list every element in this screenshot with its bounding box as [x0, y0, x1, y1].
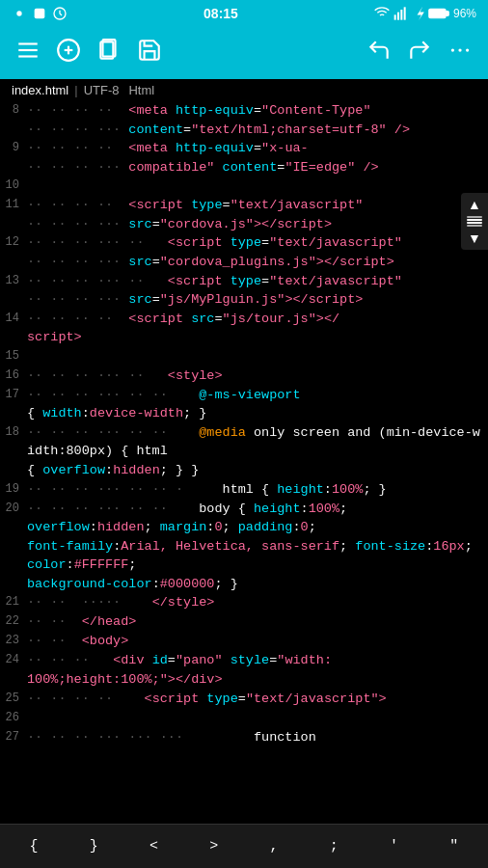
code-line-19: 19 ·· ·· ·· ··· ·· ·· · html { height:10…: [0, 480, 488, 500]
code-line-14: 14 ·· ·· ·· ·· <script src="js/tour.js">…: [0, 310, 488, 347]
svg-rect-5: [400, 10, 402, 20]
svg-point-20: [466, 48, 469, 51]
files-button[interactable]: [96, 38, 122, 67]
code-line-21: 21 ·· ·· ····· </style>: [0, 593, 488, 612]
keyboard-bar: { } < > , ; ' ": [0, 824, 488, 868]
redo-button[interactable]: [407, 38, 432, 67]
code-line-13: 13 ·· ·· ·· ··· ·· <script type="text/ja…: [0, 272, 488, 310]
svg-rect-3: [394, 14, 396, 19]
svg-rect-9: [430, 10, 446, 17]
svg-point-19: [458, 48, 461, 51]
toolbar: [0, 27, 488, 77]
undo-button[interactable]: [366, 38, 392, 67]
filetype: Html: [128, 83, 154, 97]
key-single-quote[interactable]: ': [379, 834, 410, 858]
code-line-24: 24 ·· ·· ·· <div id="pano" style="width:…: [0, 651, 488, 689]
code-line-16: 16 ·· ·· ·· ··· ·· <style>: [0, 366, 488, 386]
filename: index.html: [12, 83, 68, 97]
code-line-18: 18 ·· ·· ·· ··· ·· ·· @media only screen…: [0, 423, 488, 480]
svg-rect-8: [446, 12, 448, 16]
svg-point-18: [451, 48, 454, 51]
svg-rect-6: [404, 7, 406, 19]
code-line-12: 12 ·· ·· ·· ··· ·· <script type="text/ja…: [0, 233, 488, 271]
code-line-15: 15: [0, 347, 488, 366]
key-open-brace[interactable]: {: [18, 834, 49, 858]
code-line-20: 20 ·· ·· ·· ··· ·· ·· body { height:100%…: [0, 500, 488, 594]
code-line-26: 26: [0, 709, 488, 728]
status-bar: 08:15 96%: [0, 0, 488, 27]
key-close-brace[interactable]: }: [78, 834, 109, 858]
scroll-indicator[interactable]: ▲ ▼: [461, 193, 488, 250]
notification-icons: [12, 6, 68, 21]
code-line-9: 9 ·· ·· ·· ·· <meta http-equiv="x-ua- ··…: [0, 139, 488, 176]
code-line-23: 23 ·· ·· <body>: [0, 632, 488, 651]
file-tab: index.html | UTF-8 Html: [0, 77, 488, 101]
code-line-25: 25 ·· ·· ·· ·· <script type="text/javasc…: [0, 690, 488, 709]
svg-point-0: [16, 11, 21, 15]
toolbar-right: [366, 38, 473, 67]
code-line-11: 11 ·· ·· ·· ·· <script type="text/javasc…: [0, 196, 488, 233]
key-greater-than[interactable]: >: [199, 834, 230, 858]
scroll-up-arrow[interactable]: ▲: [468, 197, 481, 212]
toolbar-left: [15, 38, 162, 67]
tab-separator: |: [74, 83, 77, 97]
code-area: 8 ·· ·· ·· ·· <meta http-equiv="Content-…: [0, 101, 488, 747]
battery-percent: 96%: [453, 7, 476, 20]
code-line-22: 22 ·· ·· </head>: [0, 612, 488, 632]
status-bar-left: [12, 6, 68, 21]
save-button[interactable]: [137, 38, 162, 67]
svg-rect-4: [397, 13, 399, 20]
code-line-10: 10: [0, 176, 488, 196]
code-line-27: 27 ·· ·· ·· ··· ··· ··· function: [0, 728, 488, 747]
scroll-lines: [463, 214, 486, 229]
menu-button[interactable]: [15, 38, 41, 67]
add-button[interactable]: [56, 38, 81, 67]
key-less-than[interactable]: <: [139, 834, 170, 858]
svg-rect-1: [35, 9, 45, 19]
status-bar-time: 08:15: [203, 6, 238, 21]
encoding: UTF-8: [84, 83, 120, 97]
key-comma[interactable]: ,: [258, 834, 289, 858]
code-line-8: 8 ·· ·· ·· ·· <meta http-equiv="Content-…: [0, 101, 488, 139]
key-double-quote[interactable]: ": [439, 834, 470, 858]
key-semicolon[interactable]: ;: [318, 834, 349, 858]
scroll-down-arrow[interactable]: ▼: [468, 231, 481, 246]
more-button[interactable]: [447, 38, 473, 67]
status-bar-right: 96%: [374, 6, 476, 21]
code-line-17: 17 ·· ·· ·· ··· ·· ·· @-ms-viewport { wi…: [0, 386, 488, 423]
